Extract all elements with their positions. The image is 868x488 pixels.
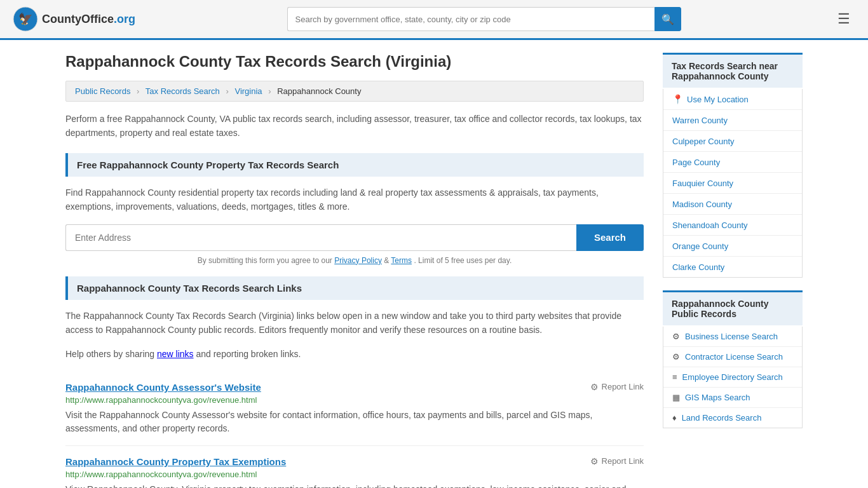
report-icon-1: ⚙ <box>590 456 599 466</box>
content-area: Rappahannock County Tax Records Search (… <box>65 53 644 488</box>
public-record-icon-item: ♦ Land Records Search <box>672 413 793 423</box>
public-records-list: ⚙ Business License Search ⚙ Contractor L… <box>663 327 803 428</box>
nearby-county-link-6[interactable]: Orange County <box>672 241 728 251</box>
terms-link[interactable]: Terms <box>391 256 412 265</box>
nearby-county-link-2[interactable]: Page County <box>672 158 720 167</box>
link-desc-0: Visit the Rappahannock County Assessor's… <box>65 409 644 435</box>
breadcrumb-sep-1: › <box>137 86 139 96</box>
nearby-county-item[interactable]: Culpeper County <box>663 131 802 152</box>
use-my-location-link[interactable]: Use My Location <box>687 95 749 104</box>
nearby-county-link-0[interactable]: Warren County <box>672 116 728 125</box>
nearby-county-item[interactable]: Warren County <box>663 110 802 131</box>
link-title-0[interactable]: Rappahannock County Assessor's Website <box>65 382 261 393</box>
links-section-header: Rappahannock County Tax Records Search L… <box>65 276 644 300</box>
new-links-link[interactable]: new links <box>157 349 194 359</box>
header-search-input[interactable] <box>287 7 654 31</box>
hamburger-icon: ☰ <box>837 11 850 27</box>
breadcrumb: Public Records › Tax Records Search › Vi… <box>65 81 644 102</box>
report-label-1: Report Link <box>602 456 644 466</box>
nearby-county-link-5[interactable]: Shenandoah County <box>672 220 748 230</box>
public-record-item[interactable]: ▦ GIS Maps Search <box>663 388 802 408</box>
free-search-header: Free Rappahannock County Property Tax Re… <box>65 153 644 177</box>
link-title-1[interactable]: Rappahannock County Property Tax Exempti… <box>65 456 286 467</box>
report-label-0: Report Link <box>602 382 644 391</box>
breadcrumb-current: Rappahannock County <box>277 86 361 96</box>
public-record-link-1[interactable]: Contractor License Search <box>685 352 783 362</box>
intro-paragraph: Perform a free Rappahannock County, VA p… <box>65 112 644 140</box>
nearby-county-item[interactable]: Madison County <box>663 194 802 215</box>
site-header: 🦅 CountyOffice.org 🔍 ☰ <box>0 0 868 40</box>
nearby-county-item[interactable]: Orange County <box>663 236 802 257</box>
link-item-header: Rappahannock County Property Tax Exempti… <box>65 456 644 467</box>
public-record-icon-item: ⚙ Contractor License Search <box>672 352 793 362</box>
public-record-link-0[interactable]: Business License Search <box>685 332 778 341</box>
public-record-link-4[interactable]: Land Records Search <box>682 413 762 423</box>
public-record-icon-3: ▦ <box>672 393 680 402</box>
header-search-container: 🔍 <box>287 7 681 31</box>
privacy-policy-link[interactable]: Privacy Policy <box>334 256 382 265</box>
links-list: Rappahannock County Assessor's Website ⚙… <box>65 372 644 488</box>
report-link-button-0[interactable]: ⚙ Report Link <box>590 382 644 392</box>
public-record-icon-item: ▦ GIS Maps Search <box>672 393 793 402</box>
public-record-link-2[interactable]: Employee Directory Search <box>682 372 783 382</box>
links-description: The Rappahannock County Tax Records Sear… <box>65 309 644 337</box>
public-record-icon-4: ♦ <box>672 413 677 423</box>
link-url-1[interactable]: http://www.rappahannockcountyva.gov/reve… <box>65 470 644 479</box>
nearby-county-link-3[interactable]: Fauquier County <box>672 179 733 188</box>
public-record-icon-item: ≡ Employee Directory Search <box>672 372 793 382</box>
nearby-county-link-1[interactable]: Culpeper County <box>672 137 735 146</box>
address-search-form: Search <box>65 224 644 251</box>
header-search-button[interactable]: 🔍 <box>654 7 681 31</box>
svg-text:🦅: 🦅 <box>18 12 33 26</box>
public-records-section-title: Rappahannock County Public Records <box>663 290 803 325</box>
link-item-header: Rappahannock County Assessor's Website ⚙… <box>65 382 644 393</box>
public-record-icon-item: ⚙ Business License Search <box>672 332 793 341</box>
logo-text: CountyOffice.org <box>42 13 135 26</box>
nearby-county-item[interactable]: Clarke County <box>663 257 802 277</box>
address-search-button[interactable]: Search <box>576 224 644 251</box>
breadcrumb-sep-2: › <box>226 86 228 96</box>
link-desc-1: View Rappahannock County, Virginia prope… <box>65 483 644 488</box>
public-record-icon-1: ⚙ <box>672 352 680 362</box>
page-title: Rappahannock County Tax Records Search (… <box>65 53 644 71</box>
breadcrumb-public-records[interactable]: Public Records <box>75 86 130 96</box>
use-my-location-item[interactable]: 📍 Use My Location <box>663 89 802 110</box>
link-item: Rappahannock County Property Tax Exempti… <box>65 446 644 488</box>
public-record-icon-2: ≡ <box>672 372 677 382</box>
address-input[interactable] <box>65 224 576 251</box>
sharing-text: Help others by sharing new links and rep… <box>65 347 644 361</box>
breadcrumb-virginia[interactable]: Virginia <box>234 86 262 96</box>
logo-area: 🦅 CountyOffice.org <box>13 6 135 32</box>
link-item: Rappahannock County Assessor's Website ⚙… <box>65 372 644 446</box>
nearby-county-item[interactable]: Fauquier County <box>663 173 802 194</box>
public-record-icon-0: ⚙ <box>672 332 680 341</box>
public-record-link-3[interactable]: GIS Maps Search <box>685 393 750 402</box>
report-icon-0: ⚙ <box>590 382 599 392</box>
nearby-county-link-4[interactable]: Madison County <box>672 200 732 209</box>
form-terms: By submitting this form you agree to our… <box>65 256 644 265</box>
sidebar: Tax Records Search near Rappahannock Cou… <box>663 53 803 488</box>
public-record-item[interactable]: ⚙ Contractor License Search <box>663 347 802 367</box>
search-icon: 🔍 <box>661 13 674 25</box>
public-record-item[interactable]: ≡ Employee Directory Search <box>663 367 802 388</box>
location-icon: 📍 <box>672 94 683 104</box>
nearby-county-link-7[interactable]: Clarke County <box>672 262 724 272</box>
main-layout: Rappahannock County Tax Records Search (… <box>53 40 815 488</box>
nearby-county-item[interactable]: Shenandoah County <box>663 215 802 236</box>
link-url-0[interactable]: http://www.rappahannockcountyva.gov/reve… <box>65 395 644 405</box>
logo-icon: 🦅 <box>13 6 38 32</box>
report-link-button-1[interactable]: ⚙ Report Link <box>590 456 644 466</box>
nearby-counties-list: 📍 Use My Location Warren CountyCulpeper … <box>663 89 803 278</box>
nearby-county-item[interactable]: Page County <box>663 152 802 173</box>
public-record-item[interactable]: ♦ Land Records Search <box>663 408 802 428</box>
nearby-section-title: Tax Records Search near Rappahannock Cou… <box>663 53 803 88</box>
hamburger-menu-button[interactable]: ☰ <box>832 8 855 30</box>
public-record-item[interactable]: ⚙ Business License Search <box>663 327 802 347</box>
breadcrumb-tax-records[interactable]: Tax Records Search <box>146 86 220 96</box>
breadcrumb-sep-3: › <box>268 86 271 96</box>
free-search-description: Find Rappahannock County residential pro… <box>65 186 644 214</box>
